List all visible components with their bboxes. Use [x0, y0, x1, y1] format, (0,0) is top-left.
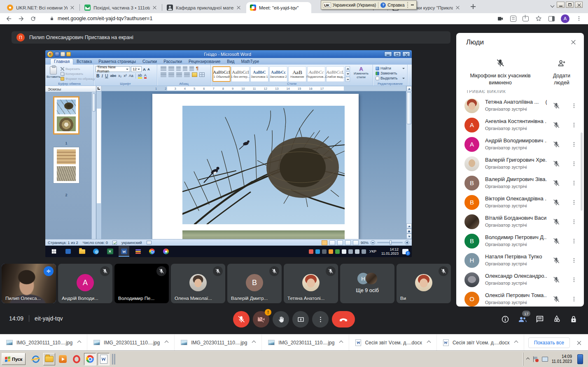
- video-tile-valerii[interactable]: В Валерій Дмитр...: [227, 264, 282, 303]
- site-lock-icon[interactable]: [49, 16, 54, 21]
- grip-icon[interactable]: [407, 2, 409, 8]
- tray-icon-gray: [362, 249, 366, 254]
- meeting-details-icon[interactable]: [501, 315, 510, 324]
- show-all-downloads-button[interactable]: Показать все: [528, 337, 570, 348]
- tab-close-icon[interactable]: [70, 6, 75, 10]
- download-menu-icon[interactable]: [252, 341, 256, 345]
- participant-menu-icon[interactable]: [571, 102, 577, 109]
- draft-view-button: [353, 240, 359, 245]
- download-item[interactable]: IMG_20230111_110....jpg: [87, 334, 175, 351]
- video-tile-pylyp[interactable]: Пилип Олекса...: [2, 264, 56, 303]
- end-call-button[interactable]: [332, 311, 355, 328]
- explorer-quicklaunch-icon[interactable]: [43, 353, 55, 365]
- share-icon[interactable]: [523, 16, 529, 21]
- participant-menu-icon[interactable]: [571, 122, 577, 128]
- participant-menu-icon[interactable]: [571, 141, 577, 148]
- window-close-button[interactable]: [575, 2, 583, 8]
- participant-menu-icon[interactable]: [571, 257, 577, 264]
- activities-icon[interactable]: [552, 315, 561, 324]
- tab-close-icon[interactable]: [237, 6, 241, 10]
- word-minimize-button: [384, 51, 392, 57]
- taskbar-clock[interactable]: 14:0911.01.2023: [552, 354, 572, 364]
- find-button: Найти: [374, 66, 406, 71]
- download-item[interactable]: IMG_20230111_110....jpg: [175, 334, 262, 351]
- hidden-icons-chevron[interactable]: [526, 357, 529, 360]
- window-minimize-button[interactable]: [557, 2, 565, 8]
- video-tile-andrii[interactable]: А Андрій Володи...: [58, 264, 112, 303]
- tab-search-chevron-icon[interactable]: [551, 4, 555, 8]
- language-bar-minimize-icon[interactable]: [411, 2, 414, 5]
- tab-mail[interactable]: Похідні, частина 3 • 111ota@ukr.n: [81, 2, 161, 13]
- download-item[interactable]: Сесія звіт Vсем. д....docx: [437, 334, 525, 351]
- back-icon[interactable]: [5, 15, 12, 22]
- tab-camera-indicator-icon[interactable]: [497, 15, 504, 22]
- panel-scrollbar[interactable]: [581, 132, 583, 211]
- show-desktop-icon[interactable]: [577, 354, 583, 364]
- raise-hand-button[interactable]: [273, 311, 289, 328]
- download-menu-icon[interactable]: [427, 341, 431, 345]
- profile-avatar[interactable]: A: [561, 14, 569, 23]
- zoom-in-icon: [405, 240, 409, 245]
- doc-file-icon: [355, 339, 361, 346]
- participant-row: Олександр Олександро...Організатор зустр…: [456, 270, 584, 289]
- tab-close-icon[interactable]: [153, 6, 157, 10]
- participant-menu-icon[interactable]: [571, 218, 577, 225]
- camera-toggle-button[interactable]: !: [253, 311, 269, 328]
- page-number: 1: [53, 141, 79, 145]
- video-tile-overflow[interactable]: Н Ще 9 осіб: [340, 264, 394, 303]
- url-field[interactable]: meet.google.com/eit-yajd-tqv?authuser=1: [58, 16, 152, 21]
- tab-ukrnet[interactable]: UKR.NET: Всі новини України, оста: [3, 2, 78, 13]
- download-item[interactable]: Сесія звіт Vсем. д....docx: [349, 334, 437, 351]
- mediaplayer-quicklaunch-icon[interactable]: [57, 353, 69, 365]
- word-taskbar-button[interactable]: [98, 353, 110, 365]
- participant-menu-icon[interactable]: [571, 160, 577, 167]
- mic-toggle-button[interactable]: [233, 311, 250, 328]
- word-ribbon-tabs: Главная Вставка Разметка страницы Ссылки…: [45, 58, 412, 65]
- video-tile-olena[interactable]: Олена Миколаї...: [171, 264, 225, 303]
- opera-quicklaunch-icon[interactable]: [70, 353, 82, 365]
- tab-meet-active[interactable]: Meet: "eit-yajd-tqv": [246, 2, 311, 13]
- os-language-bar[interactable]: UK Украинский (Украина) ? Справка: [321, 0, 417, 9]
- downloads-bar-close-icon[interactable]: [577, 340, 582, 345]
- help-label[interactable]: Справка: [387, 2, 404, 7]
- translate-icon[interactable]: [510, 16, 516, 22]
- bookmark-star-icon[interactable]: [535, 15, 542, 22]
- video-tile-tetiana[interactable]: Тетяна Анатолі...: [284, 264, 338, 303]
- chat-icon[interactable]: [535, 315, 544, 324]
- download-item[interactable]: IMG_20230111_110....jpg: [0, 334, 87, 351]
- download-menu-icon[interactable]: [77, 341, 82, 345]
- participant-menu-icon[interactable]: [571, 238, 577, 244]
- window-maximize-button[interactable]: [566, 2, 574, 8]
- video-tile-volodymyr[interactable]: Володимир Пе...: [114, 264, 169, 303]
- ie-quicklaunch-icon[interactable]: [30, 353, 42, 365]
- host-controls-icon[interactable]: [569, 315, 578, 324]
- download-menu-icon[interactable]: [514, 341, 518, 345]
- mute-all-button[interactable]: Мікрофони всіх учасників вимкнено: [462, 58, 539, 86]
- download-item[interactable]: IMG_20230111_110....jpg: [262, 334, 349, 351]
- start-button[interactable]: Пуск: [2, 353, 26, 365]
- present-button[interactable]: [292, 311, 309, 328]
- side-panel-icon[interactable]: [548, 16, 555, 21]
- new-tab-button[interactable]: [471, 4, 476, 9]
- participant-menu-icon[interactable]: [571, 276, 577, 283]
- video-tile-you[interactable]: Ви: [397, 264, 451, 303]
- download-menu-icon[interactable]: [339, 341, 343, 345]
- participant-menu-icon[interactable]: [571, 180, 577, 186]
- chrome-taskbar-button[interactable]: [84, 353, 96, 365]
- action-center-flag-icon[interactable]: [533, 356, 538, 362]
- tab-department[interactable]: Кафедра прикладної математики: [163, 2, 245, 13]
- panel-close-icon[interactable]: [571, 39, 576, 45]
- reload-icon[interactable]: [30, 16, 36, 22]
- browser-menu-icon[interactable]: [576, 15, 582, 22]
- more-options-button[interactable]: [312, 311, 329, 328]
- participant-menu-icon[interactable]: [571, 199, 577, 206]
- participant-menu-icon[interactable]: [571, 296, 577, 302]
- add-people-button[interactable]: Додати людей: [545, 58, 578, 86]
- people-icon[interactable]: 17: [518, 314, 527, 324]
- network-icon[interactable]: [542, 357, 548, 362]
- window-stack-sliver: [112, 354, 113, 365]
- download-menu-icon[interactable]: [165, 341, 169, 345]
- forward-icon[interactable]: [18, 15, 25, 22]
- shared-system-tray: УКР 14:1211.01.2023 2: [309, 247, 408, 256]
- tab-close-icon[interactable]: [456, 6, 460, 10]
